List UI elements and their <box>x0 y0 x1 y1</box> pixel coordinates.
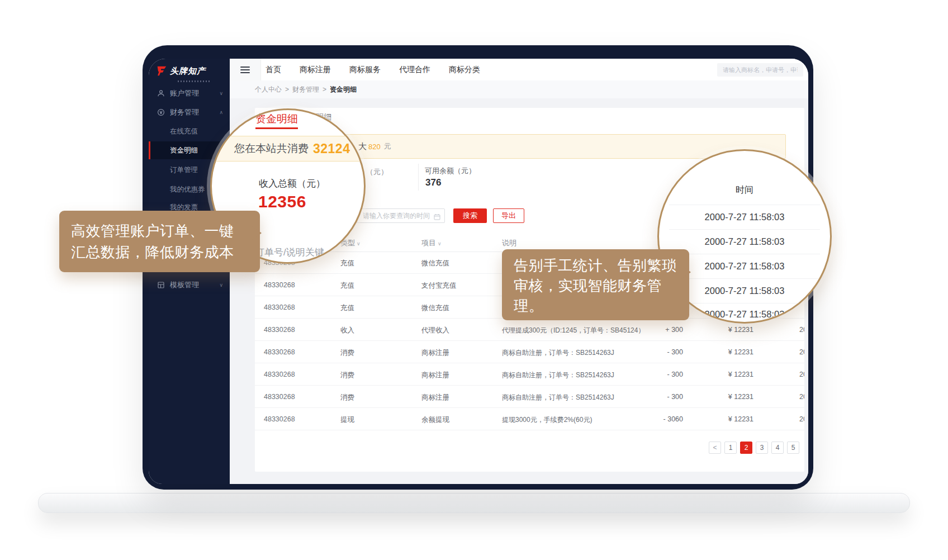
callout-right: 告别手工统计、告别繁琐 审核，实现智能财务管 理。 <box>502 249 689 320</box>
table-row: 48330268 消费 商标注册 商标自助注册，订单号：SB2514263J -… <box>255 386 804 408</box>
pagination-prev-button[interactable]: < <box>709 442 721 454</box>
time-query-input[interactable] <box>357 208 445 223</box>
search-button[interactable]: 搜索 <box>453 208 487 223</box>
breadcrumb-separator: > <box>323 86 326 93</box>
nav-item-agent-cooperation[interactable]: 代理合作 <box>399 65 430 75</box>
page: 头牌知产 账户管理 ∨ 财务管理 ∧ <box>0 0 948 560</box>
sidebar-item-finance[interactable]: 财务管理 ∧ <box>149 103 230 121</box>
lens-table-header-fragment: 订单号/说明关键 <box>255 246 324 259</box>
user-icon <box>157 89 165 97</box>
logo: 头牌知产 <box>155 65 206 77</box>
chevron-up-icon: ∧ <box>219 110 223 115</box>
sidebar-item-label: 模板管理 <box>170 280 199 290</box>
lens-income-label: 收入总额（元） <box>259 177 325 190</box>
lens-income-value: 12356 <box>258 192 306 211</box>
pagination: < 1 2 3 4 5 <box>709 442 799 454</box>
stat-middle-label-fragment: （元） <box>366 167 388 177</box>
lens-separator <box>669 254 820 254</box>
logo-title: 头牌知产 <box>170 66 206 77</box>
sidebar-item-label: 账户管理 <box>170 88 199 98</box>
nav-item-trademark-service[interactable]: 商标服务 <box>349 65 381 75</box>
sort-caret-icon: ∨ <box>438 241 442 246</box>
lens-separator <box>669 303 820 303</box>
top-nav-items: 首页 商标注册 商标服务 代理合作 商标分类 <box>266 59 480 80</box>
sidebar-item-template[interactable]: 模板管理 ∨ <box>149 276 230 294</box>
nav-item-trademark-category[interactable]: 商标分类 <box>449 65 480 75</box>
breadcrumb-item[interactable]: 财务管理 <box>292 85 319 94</box>
hamburger-icon <box>240 65 250 75</box>
pagination-page-5[interactable]: 5 <box>787 442 799 454</box>
template-icon <box>157 281 165 289</box>
nav-item-home[interactable]: 首页 <box>266 65 281 75</box>
sidebar-item-online-recharge[interactable]: 在线充值 <box>149 122 230 140</box>
top-navbar: 首页 商标注册 商标服务 代理合作 商标分类 <box>230 59 808 81</box>
banner-text-fragment: 大820元 <box>358 135 391 158</box>
chevron-down-icon: ∨ <box>219 91 223 96</box>
lens-tab-fragment: 资金明细 <box>255 112 298 126</box>
stat-available-value: 376 <box>425 177 441 188</box>
breadcrumb-separator: > <box>285 86 289 93</box>
hamburger-button[interactable] <box>230 59 261 80</box>
logo-icon <box>155 65 168 77</box>
stat-available-label: 可用余额（元） <box>425 166 476 176</box>
pagination-page-3[interactable]: 3 <box>756 442 768 454</box>
lens-separator <box>669 205 820 205</box>
lens-banner-band: 您在本站共消费 32124 <box>210 136 366 162</box>
pagination-page-4[interactable]: 4 <box>771 442 784 454</box>
export-button[interactable]: 导出 <box>493 208 524 223</box>
lens-timestamp: 2000-7-27 11:58:03 <box>659 236 830 247</box>
stat-divider <box>418 164 419 191</box>
table-row: 48330268 消费 商标注册 商标自助注册，订单号：SB2514263J -… <box>255 363 804 386</box>
lens-timestamp: 2000-7-27 11:58:03 <box>659 212 830 222</box>
lens-time-header: 时间 <box>659 184 830 196</box>
finance-icon <box>157 108 165 116</box>
callout-left: 高效管理账户订单、一键 汇总数据，降低财务成本 <box>59 211 260 272</box>
pagination-page-2-active[interactable]: 2 <box>740 442 752 454</box>
lens-separator <box>669 229 820 230</box>
sidebar-item-label: 财务管理 <box>170 107 199 117</box>
logo-subtext-dots <box>178 80 210 82</box>
chevron-down-icon: ∨ <box>219 282 223 288</box>
table-row: 48330268 消费 商标注册 商标自助注册，订单号：SB2514263J -… <box>255 341 804 363</box>
sort-caret-icon: ∨ <box>357 241 361 246</box>
sidebar-item-account[interactable]: 账户管理 ∨ <box>149 84 230 102</box>
pagination-page-1[interactable]: 1 <box>724 442 737 454</box>
breadcrumb-current: 资金明细 <box>330 85 357 94</box>
nav-item-trademark-register[interactable]: 商标注册 <box>300 65 331 75</box>
breadcrumb: 个人中心 > 财务管理 > 资金明细 <box>255 80 357 98</box>
column-header-desc: 说明 <box>502 238 516 248</box>
table-row: 48330268 收入 代理收入 代理提成300元（ID:1245，订单号：SB… <box>255 319 804 341</box>
column-header-project[interactable]: 项目∨ <box>421 238 442 248</box>
breadcrumb-bar: 个人中心 > 财务管理 > 资金明细 <box>230 80 808 98</box>
global-search-input[interactable] <box>717 63 803 77</box>
table-row: 48330268 提现 余额提现 提现3000元，手续费2%(60元) - 30… <box>255 408 804 430</box>
laptop-base <box>38 493 910 513</box>
breadcrumb-item[interactable]: 个人中心 <box>255 85 282 94</box>
